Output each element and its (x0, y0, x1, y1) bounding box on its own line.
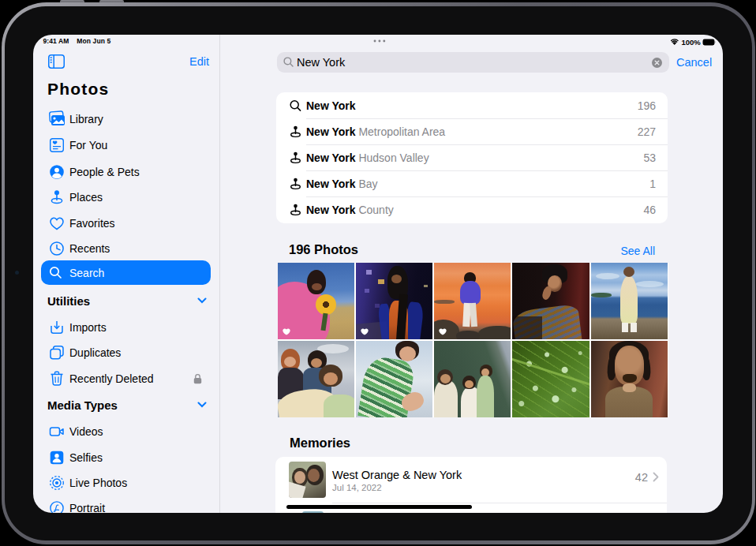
svg-text:100%: 100% (681, 38, 701, 47)
